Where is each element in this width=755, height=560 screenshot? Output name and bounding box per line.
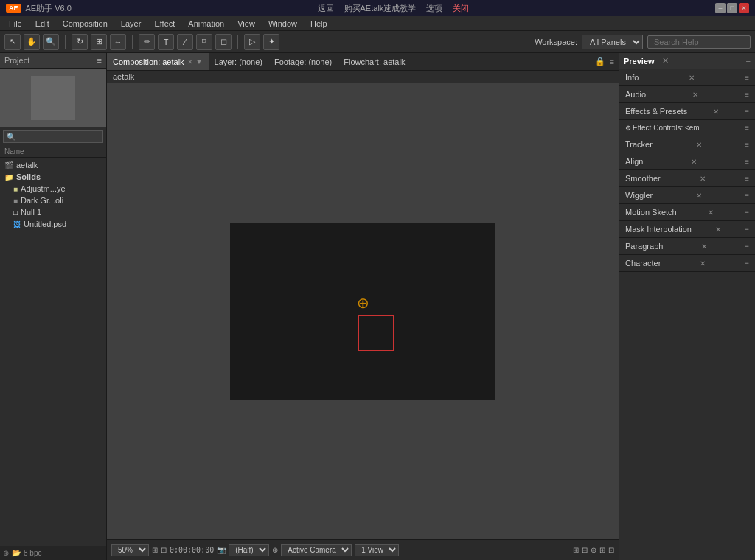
close-button[interactable]: ✕ <box>739 3 749 13</box>
tool-hand[interactable]: ✋ <box>24 34 40 50</box>
search-help-input[interactable] <box>647 35 751 49</box>
audio-close[interactable]: ✕ <box>692 91 698 99</box>
maximize-button[interactable]: □ <box>727 3 737 13</box>
tool-brush[interactable]: ∕ <box>177 34 193 50</box>
tab-flowchart[interactable]: Flowchart: aetalk <box>338 53 411 70</box>
comp-toggle-icon[interactable]: ⊕ <box>272 546 278 554</box>
wiggler-close[interactable]: ✕ <box>696 192 702 200</box>
tool-select[interactable]: ↖ <box>4 34 21 50</box>
tab-composition-aetalk[interactable]: Composition: aetalk ✕ ▼ <box>107 53 209 70</box>
close-app-button[interactable]: 关闭 <box>450 3 472 14</box>
comp-tab-close[interactable]: ✕ <box>187 58 193 66</box>
character-header[interactable]: Character ✕ ≡ <box>619 255 755 271</box>
project-item-solids[interactable]: 📁 Solids <box>1 171 105 183</box>
tracker-close[interactable]: ✕ <box>696 141 702 149</box>
align-menu[interactable]: ≡ <box>745 158 749 166</box>
effect-controls-header[interactable]: ⚙ Effect Controls: <em ≡ <box>619 120 755 136</box>
camera-dropdown[interactable]: Active Camera <box>281 544 352 556</box>
paragraph-close[interactable]: ✕ <box>701 242 707 251</box>
menu-view[interactable]: View <box>232 18 261 29</box>
smoother-header[interactable]: Smoother ✕ ≡ <box>619 170 755 186</box>
comp-icon-2[interactable]: ⊟ <box>582 546 588 554</box>
character-menu[interactable]: ≡ <box>745 259 749 267</box>
character-close[interactable]: ✕ <box>700 259 706 267</box>
preview-menu[interactable]: ≡ <box>746 57 751 66</box>
zoom-dropdown[interactable]: 50% <box>111 544 149 556</box>
effects-presets-header[interactable]: Effects & Presets ✕ ≡ <box>619 103 755 119</box>
menu-composition[interactable]: Composition <box>57 18 114 29</box>
effects-close[interactable]: ✕ <box>713 108 719 116</box>
minimize-button[interactable]: – <box>715 3 726 13</box>
audio-menu[interactable]: ≡ <box>745 91 749 99</box>
info-menu[interactable]: ≡ <box>745 74 749 82</box>
menu-file[interactable]: File <box>3 18 28 29</box>
tab-menu-icon[interactable]: ≡ <box>610 57 614 66</box>
tool-pen[interactable]: ✏ <box>139 34 155 50</box>
tool-eraser[interactable]: ◻ <box>215 34 232 50</box>
tool-puppet[interactable]: ✦ <box>263 34 279 50</box>
back-button[interactable]: 返回 <box>315 3 337 14</box>
comp-icon-1[interactable]: ⊞ <box>573 546 579 554</box>
comp-tab-menu[interactable]: ▼ <box>196 58 203 66</box>
project-item-adjustment[interactable]: ■ Adjustm...ye <box>1 183 105 195</box>
comp-safe-icon[interactable]: ⊡ <box>161 546 167 554</box>
tracker-header[interactable]: Tracker ✕ ≡ <box>619 136 755 153</box>
view-dropdown[interactable]: 1 View <box>355 544 399 556</box>
paragraph-menu[interactable]: ≡ <box>745 242 749 251</box>
tool-rotate[interactable]: ↻ <box>72 34 88 50</box>
menu-effect[interactable]: Effect <box>148 18 181 29</box>
wiggler-menu[interactable]: ≡ <box>745 192 749 200</box>
comp-fit-icon[interactable]: ⊞ <box>152 546 158 554</box>
motion-sketch-menu[interactable]: ≡ <box>745 209 749 217</box>
smoother-close[interactable]: ✕ <box>700 175 706 183</box>
quality-dropdown[interactable]: (Half) <box>229 544 269 556</box>
wiggler-header[interactable]: Wiggler ✕ ≡ <box>619 187 755 203</box>
tool-cam[interactable]: ⊞ <box>91 34 107 50</box>
workspace-dropdown[interactable]: All Panels <box>582 35 643 49</box>
project-item-darkgray[interactable]: ■ Dark Gr...oli <box>1 195 105 206</box>
effects-menu[interactable]: ≡ <box>745 108 749 116</box>
project-item-null1[interactable]: □ Null 1 <box>1 206 105 218</box>
project-add-icon[interactable]: ⊕ <box>3 549 9 557</box>
comp-viewer[interactable]: ⊕ <box>107 83 619 539</box>
project-menu-icon[interactable]: ≡ <box>97 56 102 65</box>
info-close[interactable]: ✕ <box>689 74 695 82</box>
tool-zoom[interactable]: 🔍 <box>43 34 59 50</box>
tool-text[interactable]: T <box>158 34 174 50</box>
buy-button[interactable]: 购买AEtalk速成教学 <box>341 3 420 14</box>
audio-header[interactable]: Audio ✕ ≡ <box>619 86 755 102</box>
project-folder-icon[interactable]: 📂 <box>12 549 21 557</box>
mask-close[interactable]: ✕ <box>715 225 721 234</box>
mask-menu[interactable]: ≡ <box>745 225 749 234</box>
preview-close[interactable]: ✕ <box>662 56 669 66</box>
tab-layer[interactable]: Layer: (none) <box>209 53 268 70</box>
menu-layer[interactable]: Layer <box>115 18 147 29</box>
motion-sketch-close[interactable]: ✕ <box>708 209 714 217</box>
name-column-header: Name <box>4 147 24 155</box>
smoother-menu[interactable]: ≡ <box>745 175 749 183</box>
align-close[interactable]: ✕ <box>691 158 697 166</box>
options-button[interactable]: 选项 <box>423 3 445 14</box>
menu-animation[interactable]: Animation <box>182 18 230 29</box>
project-item-aetalk[interactable]: 🎬 aetalk <box>1 159 105 171</box>
tool-shape[interactable]: ▷ <box>244 34 260 50</box>
comp-icon-3[interactable]: ⊕ <box>591 546 596 554</box>
ec-menu[interactable]: ≡ <box>745 124 749 132</box>
comp-grid-icon[interactable]: ⊞ <box>599 546 605 554</box>
menu-help[interactable]: Help <box>305 18 333 29</box>
project-item-psd[interactable]: 🖼 Untitled.psd <box>1 218 105 230</box>
align-header[interactable]: Align ✕ ≡ <box>619 153 755 169</box>
info-header[interactable]: Info ✕ ≡ <box>619 69 755 85</box>
tool-stamp[interactable]: ⌑ <box>196 34 212 50</box>
tab-footage[interactable]: Footage: (none) <box>268 53 338 70</box>
comp-3d-icon[interactable]: ⊡ <box>608 546 614 554</box>
tool-pan[interactable]: ↔ <box>110 34 126 50</box>
tracker-menu[interactable]: ≡ <box>745 141 749 149</box>
paragraph-header[interactable]: Paragraph ✕ ≡ <box>619 238 755 254</box>
motion-sketch-header[interactable]: Motion Sketch ✕ ≡ <box>619 204 755 220</box>
mask-interpolation-header[interactable]: Mask Interpolation ✕ ≡ <box>619 221 755 237</box>
menu-edit[interactable]: Edit <box>29 18 55 29</box>
tab-lock-icon[interactable]: 🔒 <box>595 57 605 66</box>
menu-window[interactable]: Window <box>262 18 303 29</box>
project-search-input[interactable] <box>3 130 103 143</box>
